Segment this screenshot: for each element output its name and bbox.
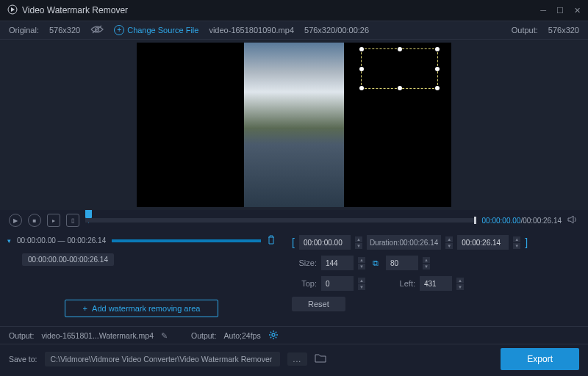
save-row: Save to: C:\Vidmore\Vidmore Video Conver… bbox=[0, 344, 588, 373]
dur-up-button[interactable]: ▲ bbox=[445, 236, 453, 242]
end-up-button[interactable]: ▲ bbox=[513, 236, 520, 242]
output-dimensions: 576x320 bbox=[548, 26, 579, 35]
resize-handle-ne[interactable] bbox=[435, 47, 440, 51]
segment-chip[interactable]: 00:00:00.00-00:00:26.14 bbox=[22, 253, 114, 266]
resize-handle-nw[interactable] bbox=[359, 47, 364, 51]
original-label: Original: bbox=[9, 26, 39, 35]
left-label: Left: bbox=[390, 279, 415, 288]
left-input[interactable] bbox=[420, 276, 452, 291]
source-dims-time: 576x320/00:00:26 bbox=[304, 26, 369, 35]
reset-button[interactable]: Reset bbox=[292, 297, 345, 311]
save-path: C:\Vidmore\Vidmore Video Converter\Video… bbox=[45, 352, 280, 366]
h-up-button[interactable]: ▲ bbox=[423, 257, 430, 263]
svg-point-3 bbox=[272, 333, 275, 336]
delete-segment-button[interactable] bbox=[267, 235, 276, 246]
timecode: 00:00:00.00/00:00:26.14 bbox=[482, 217, 562, 225]
end-down-button[interactable]: ▼ bbox=[513, 243, 520, 249]
top-label: Top: bbox=[292, 279, 317, 288]
selection-rectangle[interactable] bbox=[361, 48, 438, 89]
segment-range: 00:00:00.00 — 00:00:26.14 bbox=[17, 236, 106, 245]
plus-icon: + bbox=[83, 304, 87, 313]
start-up-button[interactable]: ▲ bbox=[355, 236, 362, 242]
duration-box: Duration:00:00:26.14 bbox=[367, 235, 441, 250]
dur-down-button[interactable]: ▼ bbox=[445, 243, 453, 249]
left-down-button[interactable]: ▼ bbox=[456, 284, 464, 290]
start-down-button[interactable]: ▼ bbox=[355, 243, 362, 249]
output-settings-icon[interactable] bbox=[268, 330, 279, 341]
top-up-button[interactable]: ▲ bbox=[358, 278, 365, 283]
add-area-label: Add watermark removing area bbox=[92, 304, 200, 313]
transport-bar: ▶ ■ ▸ ▯ 00:00:00.00/00:00:26.14 bbox=[0, 210, 588, 231]
size-label: Size: bbox=[292, 258, 317, 267]
export-button[interactable]: Export bbox=[501, 348, 579, 370]
top-input[interactable] bbox=[321, 276, 354, 291]
stop-button[interactable]: ■ bbox=[28, 214, 41, 227]
resize-handle-s[interactable] bbox=[398, 86, 402, 90]
preview-toggle-icon[interactable] bbox=[90, 25, 104, 35]
output-settings-row: Output: video-1651801...Watermark.mp4 ✎ … bbox=[0, 326, 588, 344]
width-input[interactable] bbox=[321, 256, 354, 270]
plus-circle-icon: + bbox=[114, 25, 124, 35]
output-format-label: Output: bbox=[191, 331, 216, 340]
track-end-marker[interactable] bbox=[474, 217, 476, 224]
source-bar: Original: 576x320 + Change Source File v… bbox=[0, 21, 588, 40]
output-label: Output: bbox=[512, 26, 538, 35]
step-fwd-button[interactable]: ▸ bbox=[47, 214, 60, 227]
output-format-value: Auto;24fps bbox=[223, 331, 260, 340]
video-thumbnail bbox=[244, 43, 344, 207]
resize-handle-sw[interactable] bbox=[359, 86, 364, 90]
open-folder-icon[interactable] bbox=[315, 353, 326, 364]
bracket-right-icon[interactable]: ] bbox=[525, 236, 528, 248]
end-time-input[interactable] bbox=[457, 235, 509, 250]
segment-line bbox=[112, 239, 261, 242]
parameters-pane: [ ▲▼ Duration:00:00:26.14 ▲▼ ▲▼ ] Size: … bbox=[283, 231, 588, 326]
link-icon[interactable]: ⧉ bbox=[373, 258, 379, 268]
app-logo-icon bbox=[7, 4, 18, 16]
height-input[interactable] bbox=[386, 256, 418, 270]
resize-handle-se[interactable] bbox=[435, 86, 440, 90]
duration-label: Duration: bbox=[370, 239, 400, 247]
edit-filename-icon[interactable]: ✎ bbox=[161, 331, 168, 340]
output-file-label: Output: bbox=[9, 331, 34, 340]
play-button[interactable]: ▶ bbox=[9, 214, 22, 227]
bracket-left-icon[interactable]: [ bbox=[292, 236, 295, 248]
resize-handle-n[interactable] bbox=[398, 47, 402, 51]
source-filename: video-1651801090.mp4 bbox=[209, 26, 294, 35]
video-stage[interactable] bbox=[137, 43, 451, 207]
title-bar: Video Watermark Remover ─ ☐ ✕ bbox=[0, 0, 588, 21]
change-source-label: Change Source File bbox=[127, 26, 198, 35]
segment-dropdown-icon[interactable]: ▾ bbox=[7, 237, 11, 245]
top-down-button[interactable]: ▼ bbox=[358, 284, 365, 290]
start-time-input[interactable] bbox=[299, 235, 351, 250]
volume-icon[interactable] bbox=[567, 214, 579, 226]
output-filename: video-1651801...Watermark.mp4 bbox=[41, 331, 154, 340]
w-up-button[interactable]: ▲ bbox=[358, 257, 365, 263]
maximize-button[interactable]: ☐ bbox=[556, 6, 564, 15]
time-total: 00:00:26.14 bbox=[523, 217, 562, 225]
app-title: Video Watermark Remover bbox=[22, 5, 540, 15]
time-current: 00:00:00.00 bbox=[482, 217, 521, 225]
duration-value: 00:00:26.14 bbox=[399, 239, 438, 247]
segments-pane: ▾ 00:00:00.00 — 00:00:26.14 00:00:00.00-… bbox=[0, 231, 283, 326]
add-watermark-area-button[interactable]: + Add watermark removing area bbox=[65, 300, 219, 317]
preview-area bbox=[0, 40, 588, 210]
bracket-button[interactable]: ▯ bbox=[66, 214, 79, 227]
minimize-button[interactable]: ─ bbox=[540, 6, 546, 15]
timeline-track[interactable] bbox=[85, 214, 476, 226]
original-dimensions: 576x320 bbox=[49, 26, 80, 35]
save-to-label: Save to: bbox=[9, 355, 37, 364]
change-source-button[interactable]: + Change Source File bbox=[114, 25, 198, 35]
w-down-button[interactable]: ▼ bbox=[358, 264, 365, 270]
left-up-button[interactable]: ▲ bbox=[456, 278, 464, 283]
browse-path-button[interactable]: ... bbox=[287, 352, 308, 366]
h-down-button[interactable]: ▼ bbox=[423, 264, 430, 270]
close-button[interactable]: ✕ bbox=[574, 6, 581, 15]
resize-handle-e[interactable] bbox=[435, 67, 440, 71]
resize-handle-w[interactable] bbox=[359, 67, 364, 71]
